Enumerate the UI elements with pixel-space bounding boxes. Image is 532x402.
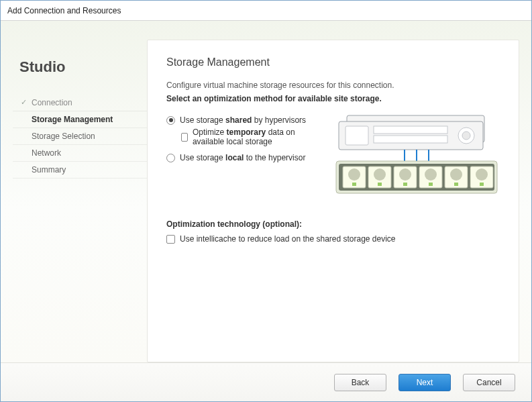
svg-rect-4 (374, 136, 447, 143)
step-network[interactable]: Network (13, 145, 147, 162)
step-summary[interactable]: Summary (13, 162, 147, 179)
wizard-body: Studio Connection Storage Management Sto… (1, 21, 531, 362)
checkbox-intellicache-label: Use intellicache to reduce load on the s… (180, 234, 396, 244)
wizard-sidebar: Studio Connection Storage Management Sto… (13, 40, 147, 362)
svg-point-13 (348, 168, 360, 181)
storage-illustration (332, 113, 500, 197)
radio-shared-label: Use storage shared by hypervisors (180, 115, 306, 125)
svg-rect-17 (378, 183, 382, 186)
window-title: Add Connection and Resources (1, 1, 531, 21)
checkbox-icon (166, 235, 175, 244)
svg-point-19 (399, 168, 411, 181)
svg-rect-23 (429, 183, 433, 186)
svg-rect-14 (352, 183, 356, 186)
step-storage-management[interactable]: Storage Management (13, 111, 147, 128)
svg-rect-26 (454, 183, 458, 186)
step-storage-selection[interactable]: Storage Selection (13, 128, 147, 145)
radio-icon (166, 154, 175, 162)
checkbox-intellicache[interactable]: Use intellicache to reduce load on the s… (166, 234, 500, 244)
svg-rect-2 (345, 126, 368, 145)
page-prompt: Select an optimization method for availa… (166, 94, 500, 103)
optimization-heading: Optimization technology (optional): (166, 219, 500, 229)
next-button[interactable]: Next (398, 374, 451, 391)
radio-local-label: Use storage local to the hypervisor (180, 153, 305, 162)
wizard-page: Storage Management Configure virtual mac… (147, 40, 519, 362)
svg-point-25 (450, 168, 462, 181)
svg-point-6 (462, 132, 470, 140)
radio-shared-storage[interactable]: Use storage shared by hypervisors (166, 115, 325, 125)
svg-rect-20 (403, 183, 407, 186)
checkbox-optimize-temporary-label: Optimize temporary data on available loc… (193, 128, 325, 146)
svg-point-28 (476, 168, 488, 181)
radio-icon (166, 116, 175, 125)
cancel-button[interactable]: Cancel (463, 374, 515, 391)
back-button[interactable]: Back (334, 374, 386, 391)
step-connection[interactable]: Connection (13, 95, 147, 111)
svg-rect-29 (480, 183, 484, 186)
page-heading: Storage Management (166, 56, 500, 68)
radio-local-storage[interactable]: Use storage local to the hypervisor (166, 153, 325, 162)
checkbox-optimize-temporary[interactable]: Optimize temporary data on available loc… (181, 128, 325, 146)
wizard-footer: Back Next Cancel (1, 362, 531, 401)
checkbox-icon (181, 133, 188, 142)
svg-point-22 (425, 168, 437, 181)
page-description: Configure virtual machine storage resour… (166, 81, 500, 90)
svg-rect-3 (374, 126, 447, 134)
svg-point-16 (374, 168, 386, 181)
wizard-steps: Connection Storage Management Storage Se… (13, 95, 147, 179)
brand-title: Studio (19, 58, 147, 76)
